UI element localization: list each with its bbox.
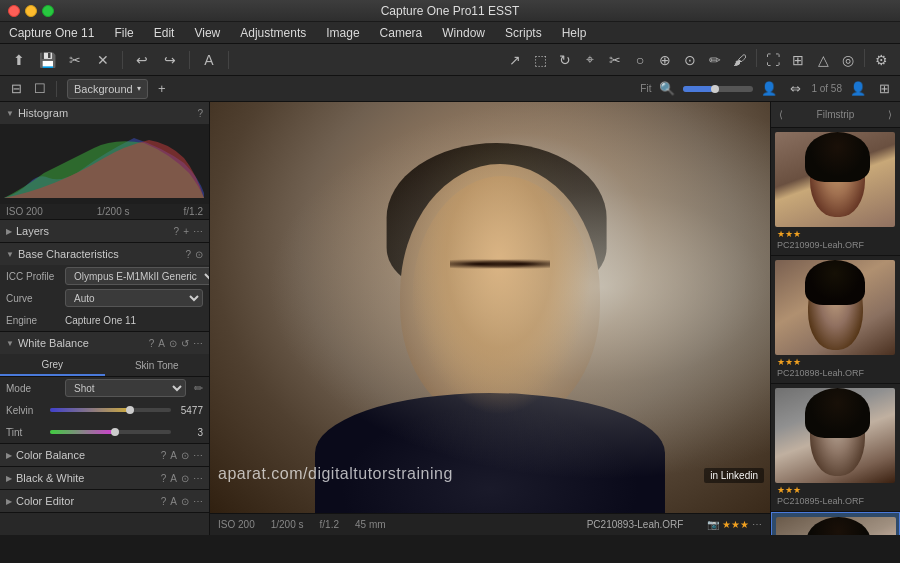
status-shutter: 1/200 s: [271, 519, 304, 530]
zoom-button[interactable]: ◎: [837, 49, 859, 71]
black-white-header[interactable]: ▶ Black & White ? A ⊙ ⋯: [0, 467, 209, 489]
ce-more-icon[interactable]: ⋯: [193, 496, 203, 507]
ce-chevron-icon: ▶: [6, 497, 12, 506]
wb-reset-icon[interactable]: ↺: [181, 338, 189, 349]
zoom-slider[interactable]: [683, 86, 753, 92]
crop-tool[interactable]: ✂: [604, 49, 626, 71]
layers-header[interactable]: ▶ Layers ? + ⋯: [0, 220, 209, 242]
base-copy-icon[interactable]: ⊙: [195, 249, 203, 260]
bw-more-icon[interactable]: ⋯: [193, 473, 203, 484]
wb-tab-skintone[interactable]: Skin Tone: [105, 354, 210, 376]
wb-more-icon[interactable]: ⋯: [193, 338, 203, 349]
grid-view-icon[interactable]: ⊟: [6, 79, 26, 99]
thumb-item-2[interactable]: ★★★ PC210898-Leah.ORF: [771, 256, 900, 384]
maximize-button[interactable]: [42, 5, 54, 17]
menu-adjustments[interactable]: Adjustments: [237, 26, 309, 40]
layers-more-icon[interactable]: ⋯: [193, 226, 203, 237]
capture-icon[interactable]: 📷: [707, 519, 719, 530]
menu-edit[interactable]: Edit: [151, 26, 178, 40]
user-icon[interactable]: 👤: [848, 79, 868, 99]
cb-more-icon[interactable]: ⋯: [193, 450, 203, 461]
import-button[interactable]: ⬆: [8, 49, 30, 71]
cursor-tool[interactable]: ↗: [504, 49, 526, 71]
zoom-fit-icon[interactable]: 🔍: [657, 79, 677, 99]
curve-select[interactable]: Auto: [65, 289, 203, 307]
rotate-tool[interactable]: ↻: [554, 49, 576, 71]
menu-help[interactable]: Help: [559, 26, 590, 40]
view-bar: ⊟ ☐ Background ▾ + Fit 🔍 👤 ⇔ 1 of 58 👤 ⊞: [0, 76, 900, 102]
wb-mode-select[interactable]: Shot: [65, 379, 186, 397]
menu-camera[interactable]: Camera: [377, 26, 426, 40]
minimize-button[interactable]: [25, 5, 37, 17]
filmstrip-next-icon[interactable]: ⟩: [888, 109, 892, 120]
focus-button[interactable]: △: [812, 49, 834, 71]
layers-add-icon[interactable]: +: [183, 226, 189, 237]
kelvin-slider[interactable]: [50, 408, 171, 412]
grid-button[interactable]: ⊞: [787, 49, 809, 71]
spot-tool[interactable]: ○: [629, 49, 651, 71]
color-balance-header[interactable]: ▶ Color Balance ? A ⊙ ⋯: [0, 444, 209, 466]
wb-eyedrop-icon[interactable]: ✏: [194, 382, 203, 395]
menu-window[interactable]: Window: [439, 26, 488, 40]
status-stars: ★★★: [722, 519, 749, 530]
bw-copy-icon[interactable]: A: [170, 473, 177, 484]
tint-slider[interactable]: [50, 430, 171, 434]
save-button[interactable]: 💾: [36, 49, 58, 71]
status-more-icon[interactable]: ⋯: [752, 519, 762, 530]
zoom-person-icon[interactable]: 👤: [759, 79, 779, 99]
zoom-controls-icon[interactable]: ⇔: [785, 79, 805, 99]
thumb-stars-1: ★★★: [775, 227, 896, 239]
menu-image[interactable]: Image: [323, 26, 362, 40]
ce-help-icon[interactable]: ?: [161, 496, 167, 507]
wb-tab-grey[interactable]: Grey: [0, 354, 105, 376]
background-dropdown[interactable]: Background ▾: [67, 79, 148, 99]
layers-help-icon[interactable]: ?: [174, 226, 180, 237]
thumb-item-1[interactable]: ★★★ PC210909-Leah.ORF: [771, 128, 900, 256]
copy-button[interactable]: ✂: [64, 49, 86, 71]
single-view-icon[interactable]: ☐: [30, 79, 50, 99]
black-white-title: Black & White: [16, 472, 157, 484]
cb-help-icon[interactable]: ?: [161, 450, 167, 461]
icc-select[interactable]: Olympus E-M1MkII Generic: [65, 267, 210, 285]
base-characteristics-header[interactable]: ▼ Base Characteristics ? ⊙: [0, 243, 209, 265]
menu-scripts[interactable]: Scripts: [502, 26, 545, 40]
histogram-header[interactable]: ▼ Histogram ?: [0, 102, 209, 124]
menu-app[interactable]: Capture One 11: [6, 26, 97, 40]
ce-paste-icon[interactable]: ⊙: [181, 496, 189, 507]
wb-copy-icon[interactable]: A: [158, 338, 165, 349]
menu-view[interactable]: View: [191, 26, 223, 40]
clone-tool[interactable]: ⊕: [654, 49, 676, 71]
white-balance-header[interactable]: ▼ White Balance ? A ⊙ ↺ ⋯: [0, 332, 209, 354]
linkedin-badge: in Linkedin: [704, 468, 764, 483]
ce-copy-icon[interactable]: A: [170, 496, 177, 507]
undo-button[interactable]: ↩: [131, 49, 153, 71]
select-tool[interactable]: ⬚: [529, 49, 551, 71]
settings-button[interactable]: ⚙: [870, 49, 892, 71]
thumb-item-4[interactable]: PC210893-Leah.ORF: [771, 512, 900, 535]
heal-tool[interactable]: ⊙: [679, 49, 701, 71]
wb-paste-icon[interactable]: ⊙: [169, 338, 177, 349]
histogram-help-icon[interactable]: ?: [197, 108, 203, 119]
bw-help-icon[interactable]: ?: [161, 473, 167, 484]
text-button[interactable]: A: [198, 49, 220, 71]
fullscreen-button[interactable]: ⛶: [762, 49, 784, 71]
base-help-icon[interactable]: ?: [185, 249, 191, 260]
add-layer-icon[interactable]: +: [152, 79, 172, 99]
keystone-tool[interactable]: ⌖: [579, 49, 601, 71]
bw-paste-icon[interactable]: ⊙: [181, 473, 189, 484]
thumb-item-3[interactable]: ★★★ PC210895-Leah.ORF: [771, 384, 900, 512]
eyedrop-tool[interactable]: ✏: [704, 49, 726, 71]
filmstrip-prev-icon[interactable]: ⟨: [779, 109, 783, 120]
redo-button[interactable]: ↪: [159, 49, 181, 71]
menu-file[interactable]: File: [111, 26, 136, 40]
color-balance-section: ▶ Color Balance ? A ⊙ ⋯: [0, 444, 209, 467]
wb-help-icon[interactable]: ?: [149, 338, 155, 349]
aperture-value: f/1.2: [184, 206, 203, 217]
cb-paste-icon[interactable]: ⊙: [181, 450, 189, 461]
color-editor-header[interactable]: ▶ Color Editor ? A ⊙ ⋯: [0, 490, 209, 512]
panel-icon[interactable]: ⊞: [874, 79, 894, 99]
close-button[interactable]: [8, 5, 20, 17]
brush-tool[interactable]: 🖌: [729, 49, 751, 71]
reject-button[interactable]: ✕: [92, 49, 114, 71]
cb-copy-icon[interactable]: A: [170, 450, 177, 461]
